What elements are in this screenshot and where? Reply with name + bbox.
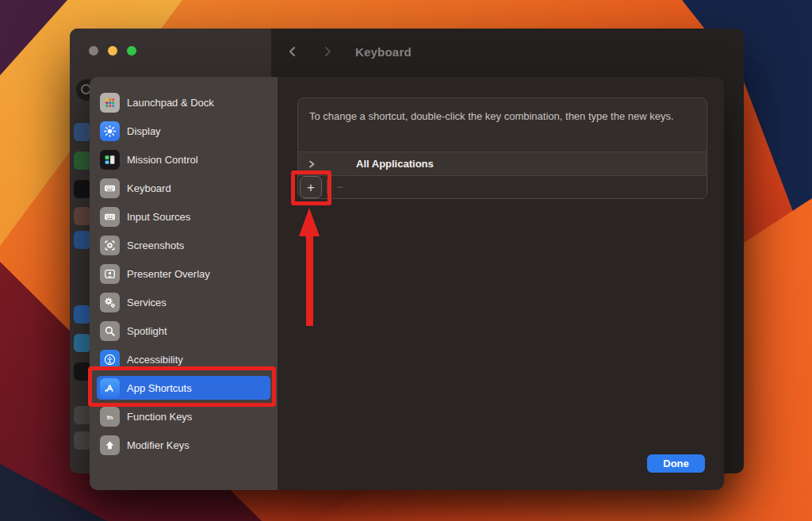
annotation-arrow-shaft [306,233,313,326]
sidebar-item-screenshots[interactable]: Screenshots [97,233,270,257]
group-label: All Applications [356,158,434,170]
remove-shortcut-button[interactable]: − [332,177,348,197]
sidebar-item-mission-control[interactable]: Mission Control [97,147,270,171]
settings-sidebar-icon [74,431,91,450]
annotation-arrow-head [299,208,320,236]
sidebar-item-label: Keyboard [127,182,171,194]
shortcuts-panel: To change a shortcut, double-click the k… [297,98,707,199]
shortcuts-content: To change a shortcut, double-click the k… [278,77,724,490]
sidebar-item-function-keys[interactable]: fnFunction Keys [97,404,270,428]
back-chevron-icon[interactable] [285,44,300,59]
traffic-lights [89,46,136,56]
sidebar-item-label: Presenter Overlay [127,268,210,280]
settings-sidebar-icon [74,305,91,324]
shortcuts-sidebar: Launchpad & Dock Display Mission Control… [90,77,278,490]
settings-sidebar-icon [74,334,91,352]
sidebar-item-label: Mission Control [127,154,198,166]
close-button[interactable] [89,46,98,56]
sidebar-item-display[interactable]: Display [97,119,270,143]
sidebar-item-label: Input Sources [127,211,190,223]
sidebar-item-services[interactable]: Services [97,290,270,314]
function-keys-icon: fn [100,407,120,427]
annotation-box-app-shortcuts [88,366,276,407]
presenter-overlay-icon [100,264,120,284]
settings-sidebar-icon [74,207,91,225]
sidebar-item-modifier-keys[interactable]: Modifier Keys [97,433,270,457]
sidebar-item-label: Spotlight [127,325,167,337]
instructions-text: To change a shortcut, double-click the k… [298,98,707,151]
forward-chevron-icon[interactable] [320,44,335,59]
display-icon [100,121,120,141]
sidebar-item-label: Function Keys [127,411,192,423]
sidebar-item-launchpad-dock[interactable]: Launchpad & Dock [97,90,270,114]
minimize-button[interactable] [108,46,117,56]
window-title: Keyboard [355,45,412,59]
settings-sidebar-icon [74,231,91,249]
launchpad-icon [100,93,120,113]
titlebar-nav: Keyboard [285,44,412,59]
screenshots-icon [100,236,120,255]
annotation-box-add-button [291,170,331,205]
settings-sidebar-icon [74,180,91,198]
settings-sidebar-icon [74,151,91,170]
settings-sidebar-icon [74,123,91,141]
mission-control-icon [100,150,120,170]
all-applications-row[interactable]: All Applications [298,152,707,175]
sidebar-item-label: Display [127,125,161,137]
sidebar-item-label: Launchpad & Dock [127,97,214,109]
sidebar-item-label: Services [127,297,167,308]
sidebar-item-input-sources[interactable]: Input Sources [97,205,270,228]
zoom-button[interactable] [127,46,136,56]
keyboard-shortcuts-dialog: Launchpad & Dock Display Mission Control… [90,77,724,490]
input-sources-icon [100,207,120,227]
settings-sidebar-icon [74,406,91,424]
disclosure-chevron-icon[interactable] [307,159,316,169]
keyboard-icon [100,178,120,198]
desktop: Keyboard Launchpad & Dock Display Missio… [0,0,812,521]
sidebar-item-spotlight[interactable]: Spotlight [97,319,270,343]
svg-text:fn: fn [107,413,113,420]
sidebar-item-label: Modifier Keys [127,439,190,451]
sidebar-item-label: Accessibility [127,354,183,366]
sidebar-item-keyboard[interactable]: Keyboard [97,176,270,200]
sidebar-item-presenter-overlay[interactable]: Presenter Overlay [97,262,270,285]
panel-footer: + − [298,176,707,199]
done-button[interactable]: Done [647,454,705,473]
services-icon [100,293,120,312]
sidebar-item-label: Screenshots [127,239,184,251]
modifier-keys-icon [100,435,120,455]
spotlight-icon [100,321,120,341]
